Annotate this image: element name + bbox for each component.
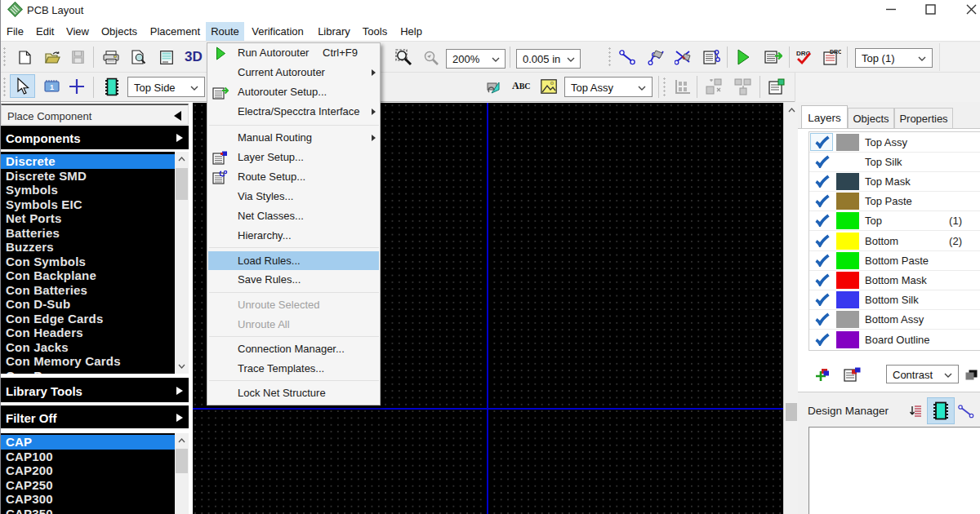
svg-text:DRC: DRC	[830, 49, 841, 55]
svg-text:1: 1	[50, 83, 54, 91]
